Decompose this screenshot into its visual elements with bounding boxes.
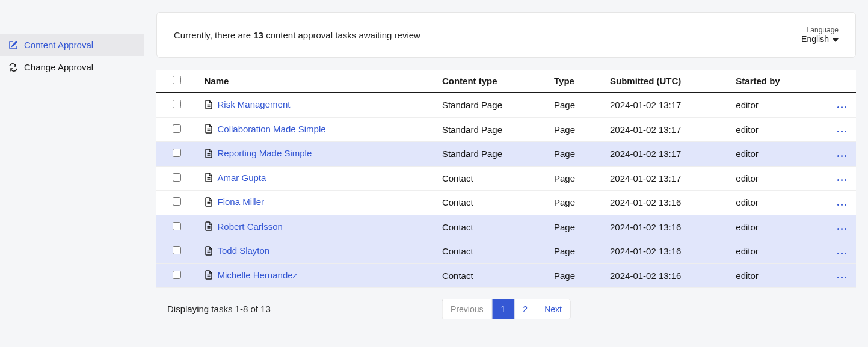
table-row: Todd SlaytonContactPage2024-01-02 13:16e… <box>156 239 856 264</box>
row-checkbox[interactable] <box>173 100 181 108</box>
row-checkbox[interactable] <box>173 246 181 254</box>
cell-started-by: editor <box>728 215 813 239</box>
display-count: Displaying tasks 1-8 of 13 <box>156 304 271 314</box>
row-actions-button[interactable] <box>835 201 849 208</box>
task-name-link[interactable]: Risk Management <box>218 99 291 109</box>
cell-submitted: 2024-01-02 13:16 <box>603 215 728 239</box>
file-icon <box>205 221 213 231</box>
row-actions-button[interactable] <box>835 153 849 159</box>
main-content: Currently, there are 13 content approval… <box>144 0 868 347</box>
table-header-row: Name Content type Type Submitted (UTC) S… <box>156 70 856 93</box>
table-body: Risk ManagementStandard PagePage2024-01-… <box>156 93 856 288</box>
language-label: Language <box>801 26 839 34</box>
sidebar-item-label: Change Approval <box>24 62 93 72</box>
row-checkbox[interactable] <box>173 271 181 279</box>
table-row: Risk ManagementStandard PagePage2024-01-… <box>156 93 856 117</box>
cell-started-by: editor <box>728 117 813 142</box>
cell-submitted: 2024-01-02 13:17 <box>603 166 728 191</box>
row-checkbox[interactable] <box>173 222 181 230</box>
row-checkbox[interactable] <box>173 149 181 157</box>
cell-content-type: Contact <box>435 191 547 215</box>
pagination-next[interactable]: Next <box>536 299 570 319</box>
status-suffix: content approval tasks awaiting review <box>263 30 420 40</box>
cell-started-by: editor <box>728 93 813 117</box>
row-actions-button[interactable] <box>835 274 849 281</box>
cell-content-type: Standard Page <box>435 93 547 117</box>
cell-content-type: Contact <box>435 215 547 239</box>
task-name-link[interactable]: Michelle Hernandez <box>218 270 298 280</box>
task-name-link[interactable]: Amar Gupta <box>218 173 266 183</box>
cell-started-by: editor <box>728 142 813 167</box>
table-row: Collaboration Made SimpleStandard PagePa… <box>156 117 856 142</box>
file-icon <box>205 124 213 134</box>
table-row: Michelle HernandezContactPage2024-01-02 … <box>156 263 856 288</box>
file-icon <box>205 100 213 109</box>
table-row: Robert CarlssonContactPage2024-01-02 13:… <box>156 215 856 239</box>
row-checkbox[interactable] <box>173 173 181 182</box>
cell-type: Page <box>547 215 603 239</box>
cell-submitted: 2024-01-02 13:16 <box>603 239 728 264</box>
language-value: English <box>801 34 829 44</box>
cell-content-type: Contact <box>435 166 547 191</box>
cell-type: Page <box>547 93 603 117</box>
task-name-link[interactable]: Collaboration Made Simple <box>218 124 326 134</box>
header-checkbox-cell <box>156 70 197 93</box>
header-submitted: Submitted (UTC) <box>603 70 728 93</box>
caret-down-icon <box>833 34 839 44</box>
cell-submitted: 2024-01-02 13:17 <box>603 117 728 142</box>
header-started-by: Started by <box>728 70 813 93</box>
pagination-prev[interactable]: Previous <box>442 299 492 319</box>
sidebar-item-content-approval[interactable]: Content Approval <box>0 34 144 56</box>
language-selector: Language English <box>801 26 839 44</box>
sidebar-item-change-approval[interactable]: Change Approval <box>0 56 144 78</box>
status-card: Currently, there are 13 content approval… <box>156 12 856 58</box>
cell-submitted: 2024-01-02 13:16 <box>603 263 728 288</box>
header-actions <box>813 70 856 93</box>
cell-content-type: Contact <box>435 239 547 264</box>
cell-submitted: 2024-01-02 13:17 <box>603 142 728 167</box>
header-name: Name <box>197 70 435 93</box>
cell-type: Page <box>547 166 603 191</box>
cell-started-by: editor <box>728 263 813 288</box>
file-icon <box>205 246 213 256</box>
pagination-page[interactable]: 1 <box>493 299 515 319</box>
cell-submitted: 2024-01-02 13:17 <box>603 93 728 117</box>
cell-submitted: 2024-01-02 13:16 <box>603 191 728 215</box>
language-dropdown[interactable]: English <box>801 34 839 44</box>
cell-started-by: editor <box>728 166 813 191</box>
table-row: Amar GuptaContactPage2024-01-02 13:17edi… <box>156 166 856 191</box>
row-actions-button[interactable] <box>835 250 849 257</box>
sidebar-item-label: Content Approval <box>24 40 93 50</box>
task-name-link[interactable]: Todd Slayton <box>218 245 270 256</box>
cell-type: Page <box>547 263 603 288</box>
row-checkbox[interactable] <box>173 124 181 133</box>
file-icon <box>205 270 213 280</box>
status-count: 13 <box>253 30 263 40</box>
header-type: Type <box>547 70 603 93</box>
table-footer: Displaying tasks 1-8 of 13 Previous 12 N… <box>156 304 856 314</box>
cell-type: Page <box>547 117 603 142</box>
row-actions-button[interactable] <box>835 128 849 135</box>
select-all-checkbox[interactable] <box>173 76 181 84</box>
cell-started-by: editor <box>728 191 813 215</box>
task-name-link[interactable]: Robert Carlsson <box>218 221 283 232</box>
table-row: Reporting Made SimpleStandard PagePage20… <box>156 142 856 167</box>
sidebar: Content Approval Change Approval <box>0 0 144 347</box>
cell-type: Page <box>547 239 603 264</box>
row-actions-button[interactable] <box>835 226 849 232</box>
cell-content-type: Contact <box>435 263 547 288</box>
table-row: Fiona MillerContactPage2024-01-02 13:16e… <box>156 191 856 215</box>
task-name-link[interactable]: Reporting Made Simple <box>218 148 312 158</box>
pagination: Previous 12 Next <box>442 299 571 319</box>
edit-square-icon <box>8 40 18 50</box>
header-content-type: Content type <box>435 70 547 93</box>
row-actions-button[interactable] <box>835 177 849 183</box>
cell-content-type: Standard Page <box>435 142 547 167</box>
file-icon <box>205 173 213 182</box>
row-actions-button[interactable] <box>835 104 849 111</box>
cell-type: Page <box>547 191 603 215</box>
task-name-link[interactable]: Fiona Miller <box>218 197 265 207</box>
status-text: Currently, there are 13 content approval… <box>174 30 420 40</box>
pagination-page[interactable]: 2 <box>514 299 536 319</box>
row-checkbox[interactable] <box>173 197 181 206</box>
